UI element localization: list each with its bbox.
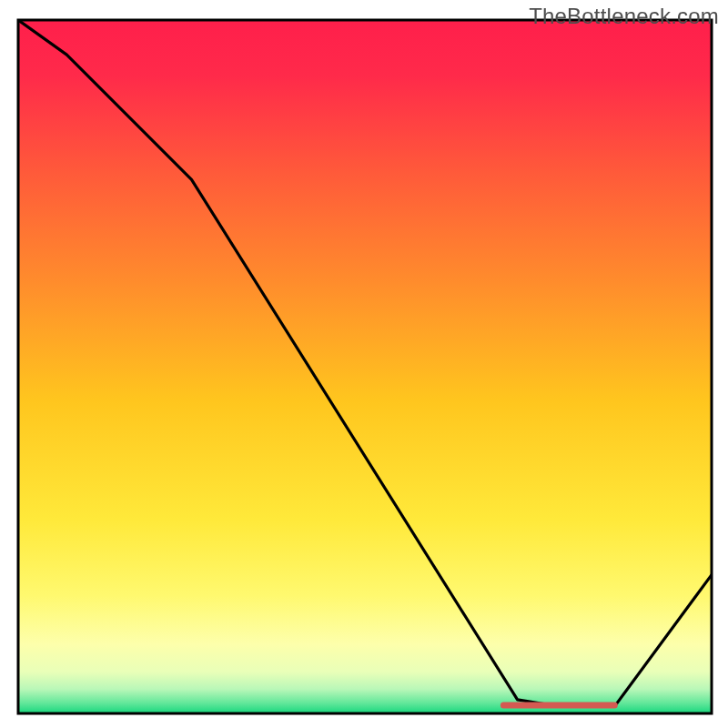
chart-canvas: TheBottleneck.com: [0, 0, 728, 728]
watermark-text: TheBottleneck.com: [529, 4, 719, 29]
chart-svg: [0, 0, 728, 728]
gradient-background: [18, 20, 712, 713]
